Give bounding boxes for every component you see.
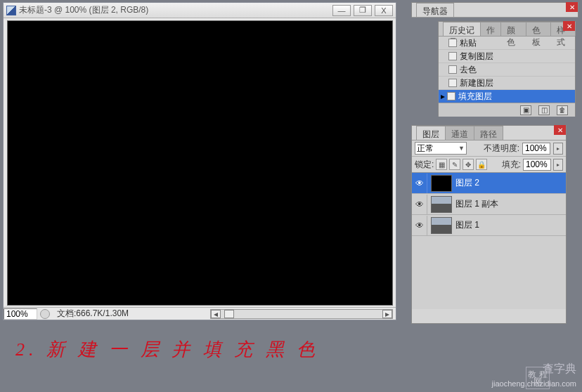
scroll-right-icon[interactable]: ▸	[382, 310, 392, 318]
chevron-down-icon: ▼	[458, 145, 465, 152]
maximize-button[interactable]: ❐	[354, 5, 372, 16]
close-icon[interactable]: ✕	[566, 2, 578, 12]
close-button[interactable]: X	[375, 5, 393, 16]
tab-navigator[interactable]: 导航器	[416, 3, 454, 17]
history-pointer-icon: ▸	[440, 91, 446, 101]
layer-options-row1: 正常 ▼ 不透明度: 100% ▸	[412, 141, 566, 157]
layers-panel: ✕ 图层 通道 路径 正常 ▼ 不透明度: 100% ▸ 锁定: ▦ ✎ ✥ 🔒…	[411, 125, 567, 324]
snapshot-icon[interactable]: ▣	[520, 105, 531, 115]
tab-swatch[interactable]: 色板	[526, 22, 551, 36]
lock-move-icon[interactable]: ✥	[463, 159, 474, 170]
history-step-icon	[447, 92, 455, 100]
status-bar: 100% 文档:666.7K/1.30M ◂ ▸	[4, 307, 396, 320]
document-info: 文档:666.7K/1.30M	[53, 308, 210, 320]
close-icon[interactable]: ✕	[554, 125, 566, 135]
blend-mode-select[interactable]: 正常 ▼	[415, 142, 467, 155]
visibility-icon[interactable]: 👁	[412, 216, 427, 235]
trash-icon[interactable]: 🗑	[557, 105, 568, 115]
scroll-left-icon[interactable]: ◂	[211, 310, 221, 318]
opacity-input[interactable]: 100%	[522, 143, 550, 155]
fill-label: 填充:	[502, 159, 521, 171]
layer-thumbnail[interactable]	[431, 196, 452, 213]
tab-channels[interactable]: 通道	[445, 126, 474, 140]
window-buttons: — ❐ X	[332, 5, 393, 16]
history-item[interactable]: 新建图层	[439, 77, 575, 90]
opacity-label: 不透明度:	[484, 143, 519, 155]
tab-paths[interactable]: 路径	[474, 126, 503, 140]
lock-brush-icon[interactable]: ✎	[449, 159, 460, 170]
tab-color[interactable]: 颜色	[500, 22, 526, 36]
document-icon	[6, 6, 16, 15]
fill-input[interactable]: 100%	[523, 159, 551, 171]
layer-thumbnail[interactable]	[431, 217, 452, 234]
history-step-icon	[448, 39, 457, 47]
tutorial-caption: 2. 新 建 一 层 并 填 充 黑 色	[15, 337, 319, 362]
new-state-icon[interactable]: ◫	[538, 105, 550, 115]
lock-all-icon[interactable]: 🔒	[476, 159, 487, 170]
history-item[interactable]: 复制图层	[439, 50, 575, 63]
canvas[interactable]	[7, 20, 393, 306]
tab-layers[interactable]: 图层	[416, 126, 446, 140]
scroll-thumb[interactable]	[224, 310, 234, 318]
layers-tabs: 图层 通道 路径	[412, 126, 566, 141]
lock-transparency-icon[interactable]: ▦	[436, 159, 447, 170]
layer-name: 图层 1	[455, 219, 479, 231]
visibility-icon[interactable]: 👁	[412, 174, 427, 193]
history-item[interactable]: 去色	[439, 63, 575, 77]
fill-arrow-icon[interactable]: ▸	[553, 159, 563, 171]
layers-list: 👁 图层 2 👁 图层 1 副本 👁 图层 1	[412, 173, 566, 309]
history-step-icon	[448, 79, 457, 87]
watermark-url: jiaocheng.chazidian.com	[492, 379, 576, 388]
zoom-input[interactable]: 100%	[4, 308, 37, 320]
tab-history[interactable]: 历史记录	[443, 22, 481, 36]
horizontal-scrollbar[interactable]: ◂ ▸	[210, 309, 393, 319]
history-panel: ✕ 历史记录 作 颜色 色板 样式 粘贴 复制图层 去色 新建图层 ▸填充图层 …	[438, 21, 576, 117]
close-icon[interactable]: ✕	[563, 21, 575, 31]
layer-name: 图层 1 副本	[455, 198, 498, 210]
status-icon[interactable]	[40, 309, 50, 319]
layer-thumbnail[interactable]	[431, 175, 452, 192]
layer-row-selected[interactable]: 👁 图层 2	[412, 173, 566, 194]
layer-name: 图层 2	[455, 177, 479, 189]
document-window: 未标题-3 @ 100% (图层 2, RGB/8) — ❐ X 100% 文档…	[3, 2, 396, 320]
navigator-panel: 导航器 ✕	[411, 2, 578, 18]
history-item-selected[interactable]: ▸填充图层	[439, 90, 575, 103]
tab-actions[interactable]: 作	[480, 22, 501, 36]
opacity-arrow-icon[interactable]: ▸	[553, 143, 563, 155]
minimize-button[interactable]: —	[332, 5, 351, 16]
layer-row[interactable]: 👁 图层 1 副本	[412, 194, 566, 215]
document-titlebar[interactable]: 未标题-3 @ 100% (图层 2, RGB/8) — ❐ X	[4, 3, 396, 18]
history-tabs: 历史记录 作 颜色 色板 样式	[439, 22, 575, 37]
layer-options-row2: 锁定: ▦ ✎ ✥ 🔒 填充: 100% ▸	[412, 157, 566, 173]
visibility-icon[interactable]: 👁	[412, 195, 427, 214]
watermark-text: 查字典	[543, 362, 576, 377]
history-step-icon	[448, 52, 457, 60]
layer-row[interactable]: 👁 图层 1	[412, 215, 566, 236]
history-footer: ▣ ◫ 🗑	[439, 103, 575, 117]
navigator-tabs: 导航器	[412, 3, 578, 18]
document-title: 未标题-3 @ 100% (图层 2, RGB/8)	[19, 4, 332, 16]
blend-mode-value: 正常	[417, 143, 434, 155]
lock-label: 锁定:	[415, 159, 434, 171]
history-step-icon	[448, 65, 457, 74]
